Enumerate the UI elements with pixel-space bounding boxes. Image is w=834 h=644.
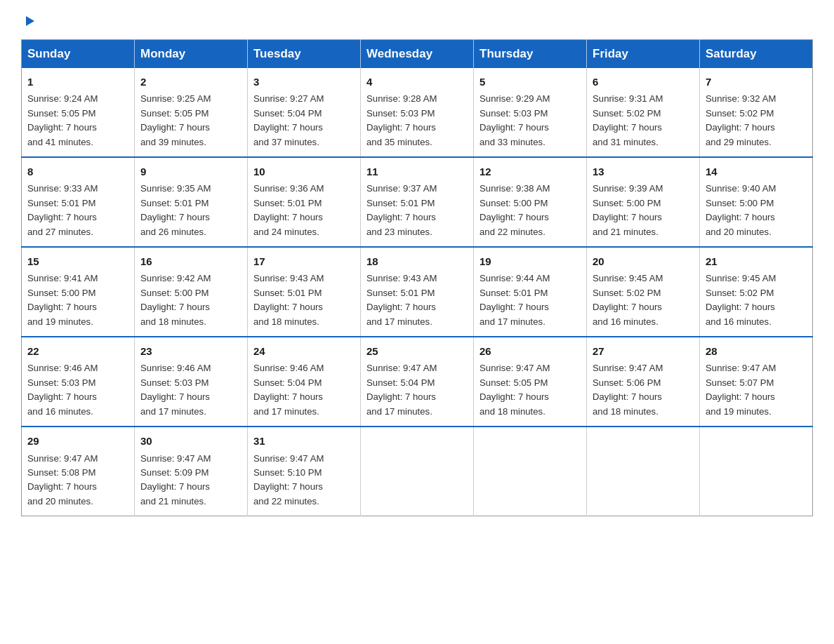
calendar-cell: 17Sunrise: 9:43 AMSunset: 5:01 PMDayligh… [248,247,361,337]
day-number: 21 [706,253,807,269]
day-info: Sunrise: 9:32 AMSunset: 5:02 PMDaylight:… [706,92,807,149]
calendar-cell: 3Sunrise: 9:27 AMSunset: 5:04 PMDaylight… [248,68,361,157]
day-info: Sunrise: 9:46 AMSunset: 5:04 PMDaylight:… [253,361,355,419]
calendar-week-1: 1Sunrise: 9:24 AMSunset: 5:05 PMDaylight… [22,68,813,157]
day-info: Sunrise: 9:47 AMSunset: 5:09 PMDaylight:… [140,452,241,509]
day-info: Sunrise: 9:24 AMSunset: 5:05 PMDaylight:… [27,92,128,149]
calendar-cell: 22Sunrise: 9:46 AMSunset: 5:03 PMDayligh… [22,337,135,427]
calendar-cell: 26Sunrise: 9:47 AMSunset: 5:05 PMDayligh… [474,337,587,427]
weekday-header-saturday: Saturday [700,40,813,69]
day-number: 27 [593,343,694,359]
day-info: Sunrise: 9:46 AMSunset: 5:03 PMDaylight:… [140,361,241,419]
weekday-header-thursday: Thursday [474,40,587,69]
day-info: Sunrise: 9:41 AMSunset: 5:00 PMDaylight:… [27,271,128,329]
day-info: Sunrise: 9:43 AMSunset: 5:01 PMDaylight:… [366,271,468,329]
logo [21,14,36,27]
calendar-cell: 21Sunrise: 9:45 AMSunset: 5:02 PMDayligh… [700,247,813,337]
calendar-cell: 28Sunrise: 9:47 AMSunset: 5:07 PMDayligh… [700,337,813,427]
weekday-header-wednesday: Wednesday [361,40,474,69]
calendar-cell: 30Sunrise: 9:47 AMSunset: 5:09 PMDayligh… [135,427,248,516]
calendar-cell: 10Sunrise: 9:36 AMSunset: 5:01 PMDayligh… [248,157,361,247]
calendar-cell: 24Sunrise: 9:46 AMSunset: 5:04 PMDayligh… [248,337,361,427]
day-info: Sunrise: 9:47 AMSunset: 5:10 PMDaylight:… [253,452,355,509]
calendar-table: SundayMondayTuesdayWednesdayThursdayFrid… [21,39,813,516]
day-info: Sunrise: 9:37 AMSunset: 5:01 PMDaylight:… [366,182,468,239]
calendar-cell [587,427,700,516]
day-number: 4 [366,74,468,90]
calendar-cell: 7Sunrise: 9:32 AMSunset: 5:02 PMDaylight… [700,68,813,157]
day-number: 22 [27,343,128,359]
calendar-cell: 9Sunrise: 9:35 AMSunset: 5:01 PMDaylight… [135,157,248,247]
day-info: Sunrise: 9:28 AMSunset: 5:03 PMDaylight:… [366,92,468,149]
calendar-cell: 27Sunrise: 9:47 AMSunset: 5:06 PMDayligh… [587,337,700,427]
day-info: Sunrise: 9:39 AMSunset: 5:00 PMDaylight:… [593,182,694,239]
day-number: 13 [593,163,694,180]
weekday-header-row: SundayMondayTuesdayWednesdayThursdayFrid… [22,40,813,69]
weekday-header-friday: Friday [587,40,700,69]
day-info: Sunrise: 9:36 AMSunset: 5:01 PMDaylight:… [253,182,355,239]
calendar-cell: 11Sunrise: 9:37 AMSunset: 5:01 PMDayligh… [361,157,474,247]
weekday-header-monday: Monday [135,40,248,69]
calendar-week-2: 8Sunrise: 9:33 AMSunset: 5:01 PMDaylight… [22,157,813,247]
day-info: Sunrise: 9:45 AMSunset: 5:02 PMDaylight:… [706,271,807,329]
day-info: Sunrise: 9:31 AMSunset: 5:02 PMDaylight:… [593,92,694,149]
day-number: 28 [706,343,807,359]
day-info: Sunrise: 9:25 AMSunset: 5:05 PMDaylight:… [140,92,241,149]
calendar-week-5: 29Sunrise: 9:47 AMSunset: 5:08 PMDayligh… [22,427,813,516]
day-info: Sunrise: 9:47 AMSunset: 5:07 PMDaylight:… [706,361,807,419]
calendar-week-4: 22Sunrise: 9:46 AMSunset: 5:03 PMDayligh… [22,337,813,427]
day-number: 14 [706,163,807,180]
day-number: 30 [140,433,241,449]
calendar-cell: 16Sunrise: 9:42 AMSunset: 5:00 PMDayligh… [135,247,248,337]
calendar-cell: 12Sunrise: 9:38 AMSunset: 5:00 PMDayligh… [474,157,587,247]
day-info: Sunrise: 9:27 AMSunset: 5:04 PMDaylight:… [253,92,355,149]
day-info: Sunrise: 9:46 AMSunset: 5:03 PMDaylight:… [27,361,128,419]
calendar-cell: 1Sunrise: 9:24 AMSunset: 5:05 PMDaylight… [22,68,135,157]
calendar-cell: 29Sunrise: 9:47 AMSunset: 5:08 PMDayligh… [22,427,135,516]
day-number: 20 [593,253,694,269]
day-info: Sunrise: 9:33 AMSunset: 5:01 PMDaylight:… [27,182,128,239]
calendar-cell: 31Sunrise: 9:47 AMSunset: 5:10 PMDayligh… [248,427,361,516]
calendar-cell: 20Sunrise: 9:45 AMSunset: 5:02 PMDayligh… [587,247,700,337]
day-number: 7 [706,74,807,90]
day-number: 12 [479,163,581,180]
calendar-cell: 14Sunrise: 9:40 AMSunset: 5:00 PMDayligh… [700,157,813,247]
day-number: 24 [253,343,355,359]
logo-arrow-icon [23,15,36,30]
calendar-cell: 6Sunrise: 9:31 AMSunset: 5:02 PMDaylight… [587,68,700,157]
calendar-cell: 18Sunrise: 9:43 AMSunset: 5:01 PMDayligh… [361,247,474,337]
weekday-header-sunday: Sunday [22,40,135,69]
calendar-cell [361,427,474,516]
day-info: Sunrise: 9:43 AMSunset: 5:01 PMDaylight:… [253,271,355,329]
day-info: Sunrise: 9:29 AMSunset: 5:03 PMDaylight:… [479,92,581,149]
day-number: 3 [253,74,355,90]
calendar-cell [700,427,813,516]
day-number: 18 [366,253,468,269]
day-number: 31 [253,433,355,449]
calendar-cell: 4Sunrise: 9:28 AMSunset: 5:03 PMDaylight… [361,68,474,157]
day-number: 11 [366,163,468,180]
calendar-cell: 23Sunrise: 9:46 AMSunset: 5:03 PMDayligh… [135,337,248,427]
day-info: Sunrise: 9:40 AMSunset: 5:00 PMDaylight:… [706,182,807,239]
svg-marker-0 [26,16,34,26]
day-info: Sunrise: 9:45 AMSunset: 5:02 PMDaylight:… [593,271,694,329]
calendar-cell: 15Sunrise: 9:41 AMSunset: 5:00 PMDayligh… [22,247,135,337]
calendar-cell: 13Sunrise: 9:39 AMSunset: 5:00 PMDayligh… [587,157,700,247]
day-info: Sunrise: 9:44 AMSunset: 5:01 PMDaylight:… [479,271,581,329]
weekday-header-tuesday: Tuesday [248,40,361,69]
day-number: 29 [27,433,128,449]
calendar-cell: 5Sunrise: 9:29 AMSunset: 5:03 PMDaylight… [474,68,587,157]
day-number: 1 [27,74,128,90]
day-number: 17 [253,253,355,269]
day-number: 15 [27,253,128,269]
calendar-cell [474,427,587,516]
day-number: 19 [479,253,581,269]
calendar-cell: 2Sunrise: 9:25 AMSunset: 5:05 PMDaylight… [135,68,248,157]
day-info: Sunrise: 9:47 AMSunset: 5:05 PMDaylight:… [479,361,581,419]
day-number: 9 [140,163,241,180]
day-number: 10 [253,163,355,180]
day-info: Sunrise: 9:47 AMSunset: 5:08 PMDaylight:… [27,452,128,509]
calendar-week-3: 15Sunrise: 9:41 AMSunset: 5:00 PMDayligh… [22,247,813,337]
page-header [21,14,813,27]
day-number: 25 [366,343,468,359]
